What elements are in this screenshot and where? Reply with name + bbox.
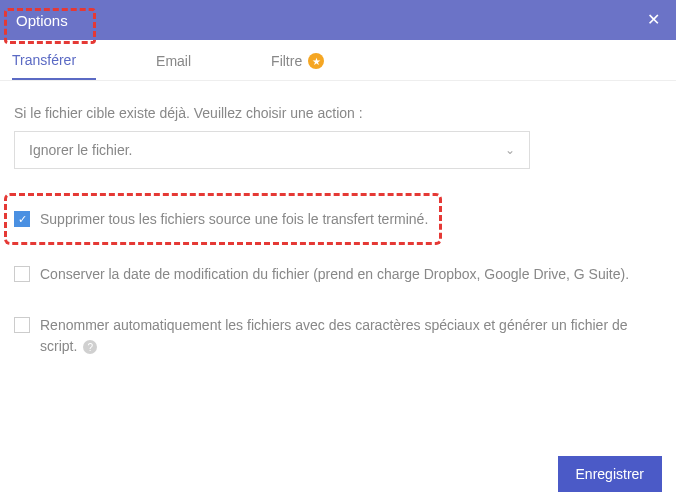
- option-keep-date-row: Conserver la date de modification du fic…: [14, 264, 662, 285]
- tabs-bar: Transférer Email Filtre ★: [0, 40, 676, 81]
- option-rename-row: Renommer automatiquement les fichiers av…: [14, 315, 662, 357]
- option-rename-label: Renommer automatiquement les fichiers av…: [40, 315, 662, 357]
- tab-transfer-label: Transférer: [12, 52, 76, 68]
- close-icon[interactable]: ✕: [647, 12, 660, 28]
- checkbox-delete-source[interactable]: [14, 211, 30, 227]
- option-delete-source-row: Supprimer tous les fichiers source une f…: [14, 209, 428, 230]
- dialog-title-wrapper: Options: [16, 12, 68, 29]
- tab-transfer[interactable]: Transférer: [12, 40, 96, 80]
- option-rename-text: Renommer automatiquement les fichiers av…: [40, 317, 628, 354]
- checkbox-keep-date[interactable]: [14, 266, 30, 282]
- existing-file-label: Si le fichier cible existe déjà. Veuille…: [14, 105, 662, 121]
- star-icon: ★: [308, 53, 324, 69]
- dialog-footer: Enregistrer: [558, 456, 662, 492]
- dialog-title: Options: [16, 12, 68, 29]
- dialog-header: Options ✕: [0, 0, 676, 40]
- save-button[interactable]: Enregistrer: [558, 456, 662, 492]
- tab-filter-label: Filtre: [271, 53, 302, 69]
- checkbox-rename[interactable]: [14, 317, 30, 333]
- chevron-down-icon: ⌄: [505, 143, 515, 157]
- option-keep-date-label: Conserver la date de modification du fic…: [40, 264, 629, 285]
- option-delete-source-label: Supprimer tous les fichiers source une f…: [40, 209, 428, 230]
- existing-file-select[interactable]: Ignorer le fichier. ⌄: [14, 131, 530, 169]
- tab-email-label: Email: [156, 53, 191, 69]
- tab-email[interactable]: Email: [156, 40, 211, 80]
- select-value: Ignorer le fichier.: [29, 142, 133, 158]
- help-icon[interactable]: ?: [83, 340, 97, 354]
- content-area: Si le fichier cible existe déjà. Veuille…: [0, 81, 676, 357]
- tab-filter[interactable]: Filtre ★: [271, 40, 344, 80]
